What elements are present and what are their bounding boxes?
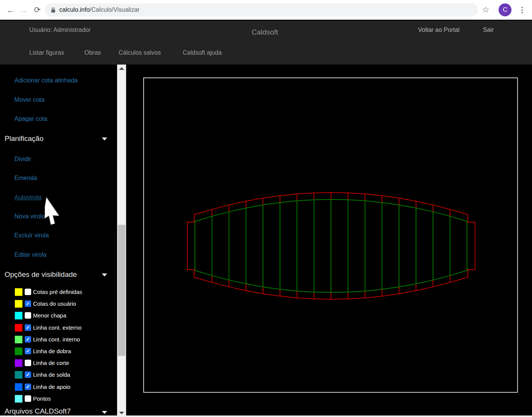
checkbox-linha-de-apoio[interactable]: ✓ — [25, 384, 31, 390]
color-swatch — [15, 348, 22, 355]
checkbox-label: Linha de dobra — [33, 348, 71, 354]
link-mover-cota[interactable]: Mover cota — [14, 96, 44, 103]
user-label: Usuário: Administrador — [29, 27, 91, 33]
bookmark-star-icon[interactable]: ☆ — [480, 4, 492, 16]
chevron-down-icon[interactable] — [102, 137, 107, 141]
color-swatch — [15, 336, 22, 343]
link-nova-virola[interactable]: Nova virola — [14, 213, 45, 220]
visibility-row: ✓ Cotas do usuário — [15, 300, 114, 308]
checkbox-linha-cont-interno[interactable]: ✓ — [25, 336, 31, 343]
forward-icon[interactable]: → — [17, 4, 30, 16]
link-excluir-virola[interactable]: Excluir virola — [14, 232, 49, 239]
color-swatch — [15, 288, 22, 296]
lock-icon — [51, 7, 55, 13]
drawing-canvas[interactable] — [143, 77, 518, 393]
scrollbar-thumb[interactable] — [118, 225, 125, 356]
link-autovirola[interactable]: Autovirola — [14, 194, 41, 201]
checkbox-cotas-pre-definidas[interactable] — [25, 289, 31, 295]
section-arquivos-caldsoft7[interactable]: Arquivos CALDSoft7 — [5, 407, 71, 415]
horizontal-scrollbar[interactable] — [0, 415, 532, 417]
scroll-up-arrow-icon[interactable] — [117, 65, 126, 72]
checkbox-label: Linha de solda — [33, 371, 70, 378]
logout-link[interactable]: Sair — [483, 27, 494, 33]
chevron-down-icon[interactable] — [102, 273, 107, 276]
url-host: calculo.info — [59, 6, 90, 13]
link-adicionar-cota-alinhada[interactable]: Adicionar cota alinhada — [14, 77, 78, 84]
visibility-row: ✓ Linha cont. interno — [15, 336, 114, 344]
nav-obras[interactable]: Obras — [84, 49, 101, 56]
vertical-scrollbar[interactable] — [117, 65, 126, 417]
virola-development-drawing — [144, 78, 517, 392]
chevron-down-icon[interactable] — [102, 411, 107, 414]
color-swatch — [15, 324, 22, 332]
nav-listar-figuras[interactable]: Listar figuras — [29, 49, 64, 56]
address-bar[interactable]: calculo.info/Calculo/Visualizar — [45, 3, 478, 16]
checkbox-linha-cont-externo[interactable]: ✓ — [25, 324, 31, 331]
checkbox-cotas-do-usuario[interactable]: ✓ — [25, 300, 31, 307]
brand-title: Caldsoft — [252, 28, 278, 36]
checkbox-linha-de-solda[interactable]: ✓ — [25, 371, 31, 378]
visibility-row: Cotas pré definidas — [15, 288, 114, 297]
color-swatch — [15, 312, 22, 319]
browser-menu-icon[interactable]: ⋮ — [516, 4, 528, 16]
checkbox-label: Menor chapa — [33, 312, 66, 319]
section-opcoes-visibilidade[interactable]: Opções de visibilidade — [5, 270, 77, 279]
checkbox-label: Linha de corte — [33, 360, 69, 366]
link-emenda[interactable]: Emenda — [14, 175, 37, 182]
checkbox-label: Linha cont. externo — [33, 324, 82, 331]
sidebar: Adicionar cota alinhada Mover cota Apaga… — [0, 65, 117, 417]
visibility-row: Pontos — [15, 395, 114, 403]
checkbox-label: Pontos — [33, 395, 51, 402]
color-swatch — [15, 300, 22, 308]
link-apagar-cota[interactable]: Apagar cota — [14, 115, 47, 122]
nav-caldsoft-ajuda[interactable]: Caldsoft ajuda — [183, 49, 222, 56]
visibility-row: ✓ Linha de solda — [15, 371, 114, 379]
color-swatch — [15, 383, 22, 391]
visibility-row: ✓ Linha de dobra — [15, 348, 114, 356]
profile-avatar[interactable]: C — [499, 3, 511, 16]
section-planificacao[interactable]: Planificação — [5, 134, 43, 143]
checkbox-label: Cotas pré definidas — [33, 289, 82, 295]
visibility-row: ✓ Linha cont. externo — [15, 324, 114, 332]
color-swatch — [15, 395, 22, 403]
checkbox-label: Linha de apoio — [33, 384, 70, 390]
visibility-row: Linha de corte — [15, 359, 114, 368]
browser-toolbar: ← → ⟳ calculo.info/Calculo/Visualizar ☆ … — [0, 0, 532, 20]
link-editar-virola[interactable]: Editar virola — [14, 251, 46, 258]
back-icon[interactable]: ← — [5, 4, 17, 16]
visibility-row: ✓ Linha de apoio — [15, 383, 114, 392]
portal-link[interactable]: Voltar ao Portal — [418, 27, 459, 33]
checkbox-pontos[interactable] — [25, 395, 31, 402]
color-swatch — [15, 359, 22, 367]
checkbox-menor-chapa[interactable] — [25, 312, 31, 319]
checkbox-linha-de-dobra[interactable]: ✓ — [25, 348, 31, 354]
reload-icon[interactable]: ⟳ — [31, 4, 43, 16]
color-swatch — [15, 371, 22, 379]
link-dividir[interactable]: Dividir — [14, 156, 31, 163]
checkbox-linha-de-corte[interactable] — [25, 360, 31, 366]
checkbox-label: Linha cont. interno — [33, 336, 80, 343]
url-path: /Calculo/Visualizar — [90, 6, 139, 13]
nav-calculos-salvos[interactable]: Cálculos salvos — [119, 49, 161, 56]
visibility-row: Menor chapa — [15, 312, 114, 320]
checkbox-label: Cotas do usuário — [33, 300, 76, 307]
app-header: Usuário: Administrador Caldsoft Voltar a… — [0, 20, 532, 65]
url-text: calculo.info/Calculo/Visualizar — [59, 6, 139, 13]
